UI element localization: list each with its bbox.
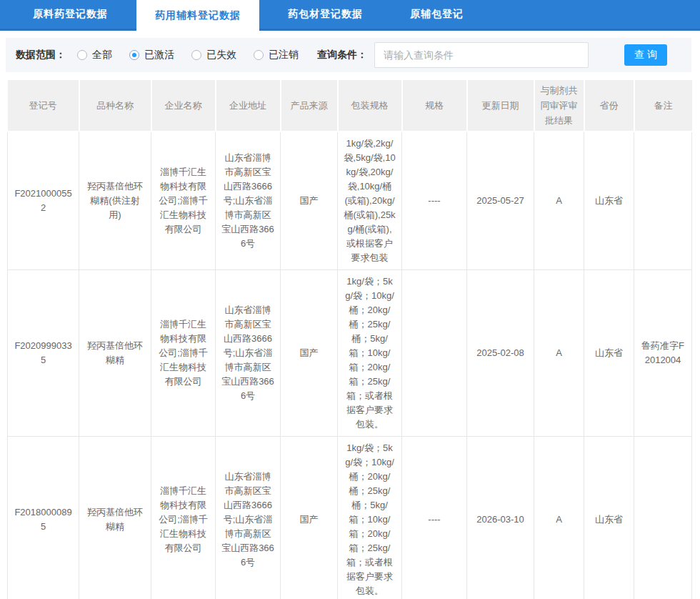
cell-address: 山东省淄博市高新区宝山西路3666号;山东省淄博市高新区宝山西路3666号 [216,132,281,270]
col-header-remark: 备注 [634,80,692,132]
cell-spec: ---- [402,132,467,270]
radio-label: 已注销 [269,49,299,61]
tab-packaging-material-data[interactable]: 药包材登记数据 [269,0,381,29]
col-header-update-date: 更新日期 [467,80,534,132]
cell-origin: 国产 [281,132,338,270]
radio-icon [77,50,87,60]
results-table-container: 登记号 品种名称 企业名称 企业地址 产品来源 包装规格 规格 更新日期 与制剂… [7,80,691,599]
cell-review-result: A [534,132,584,270]
cell-reg-no: F20180000895 [8,437,79,599]
radio-option-all[interactable]: 全部 [77,49,112,61]
cell-review-result: A [534,270,584,437]
cell-packaging: 1kg/袋；5kg/袋；10kg/桶；20kg/桶；25kg/桶；5kg/箱；1… [338,437,402,599]
col-header-province: 省份 [584,80,634,132]
col-header-address: 企业地址 [216,80,281,132]
vertical-scrollbar[interactable] [693,31,700,599]
cell-reg-no: F20209990335 [8,270,79,437]
cell-variety: 羟丙基倍他环糊精 [79,270,151,437]
data-scope-label: 数据范围： [16,49,66,61]
radio-option-expired[interactable]: 已失效 [191,49,236,61]
radio-label: 已激活 [144,49,174,61]
col-header-company: 企业名称 [151,80,216,132]
cell-origin: 国产 [281,437,338,599]
cell-company: 淄博千汇生物科技有限公司;淄博千汇生物科技有限公司 [151,437,216,599]
cell-remark [634,437,692,599]
radio-option-activated[interactable]: 已激活 [129,49,174,61]
cell-update-date: 2025-05-27 [467,132,534,270]
col-header-packaging: 包装规格 [338,80,402,132]
cell-update-date: 2026-03-10 [467,437,534,599]
top-tab-bar: 原料药登记数据 药用辅料登记数据 药包材登记数据 原辅包登记 [0,0,700,31]
col-header-reg-no: 登记号 [8,80,79,132]
cell-update-date: 2025-02-08 [467,270,534,437]
radio-icon [191,50,201,60]
radio-icon [254,50,264,60]
cell-company: 淄博千汇生物科技有限公司;淄博千汇生物科技有限公司 [151,270,216,437]
query-condition-input[interactable] [374,42,589,68]
table-row: F20209990335 羟丙基倍他环糊精 淄博千汇生物科技有限公司;淄博千汇生… [8,270,692,437]
cell-reg-no: F20210000552 [8,132,79,270]
radio-label: 全部 [92,49,112,61]
table-row: F20180000895 羟丙基倍他环糊精 淄博千汇生物科技有限公司;淄博千汇生… [8,437,692,599]
col-header-spec: 规格 [402,80,467,132]
registration-data-table: 登记号 品种名称 企业名称 企业地址 产品来源 包装规格 规格 更新日期 与制剂… [7,80,692,599]
cell-province: 山东省 [584,437,634,599]
tab-raw-excipient-pack-registration[interactable]: 原辅包登记 [391,0,482,29]
col-header-review-result: 与制剂共同审评审批结果 [534,80,584,132]
cell-remark: 鲁药准字F2012004 [634,270,692,437]
col-header-origin: 产品来源 [281,80,338,132]
tab-raw-material-api-data[interactable]: 原料药登记数据 [14,0,126,29]
table-header-row: 登记号 品种名称 企业名称 企业地址 产品来源 包装规格 规格 更新日期 与制剂… [8,80,692,132]
filter-bar: 数据范围： 全部 已激活 已失效 已注销 查询条件： 查询 [6,38,691,72]
radio-option-cancelled[interactable]: 已注销 [254,49,299,61]
cell-packaging: 1kg/袋,2kg/袋,5kg/袋,10kg/袋,20kg/袋,10kg/桶(或… [338,132,402,270]
cell-address: 山东省淄博市高新区宝山西路3666号;山东省淄博市高新区宝山西路3666号 [216,270,281,437]
radio-checked-icon [129,50,139,60]
cell-packaging: 1kg/袋；5kg/袋；10kg/桶；20kg/桶；25kg/桶；5kg/箱；1… [338,270,402,437]
cell-variety: 羟丙基倍他环糊精(供注射用) [79,132,151,270]
cell-spec [402,270,467,437]
cell-spec: ---- [402,437,467,599]
table-row: F20210000552 羟丙基倍他环糊精(供注射用) 淄博千汇生物科技有限公司… [8,132,692,270]
cell-origin: 国产 [281,270,338,437]
cell-remark [634,132,692,270]
cell-province: 山东省 [584,132,634,270]
query-condition-label: 查询条件： [317,49,367,61]
radio-label: 已失效 [206,49,236,61]
cell-variety: 羟丙基倍他环糊精 [79,437,151,599]
scope-radio-group: 全部 已激活 已失效 已注销 [77,49,316,61]
cell-company: 淄博千汇生物科技有限公司;淄博千汇生物科技有限公司 [151,132,216,270]
cell-review-result: A [534,437,584,599]
tab-pharma-excipient-data[interactable]: 药用辅料登记数据 [136,0,259,31]
cell-province: 山东省 [584,270,634,437]
cell-address: 山东省淄博市高新区宝山西路3666号;山东省淄博市高新区宝山西路3666号 [216,437,281,599]
col-header-variety: 品种名称 [79,80,151,132]
search-button[interactable]: 查询 [624,44,667,66]
